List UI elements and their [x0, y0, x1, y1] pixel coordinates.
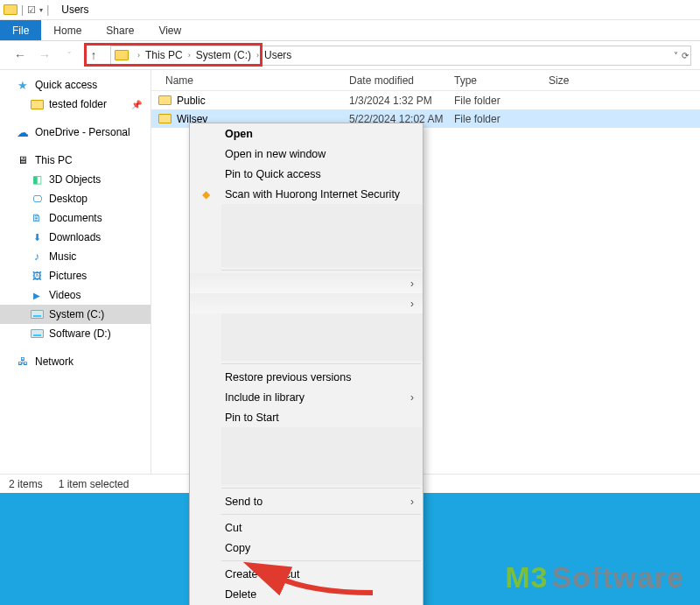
- sidebar-item-label: Videos: [49, 289, 80, 301]
- sidebar-item-3d-objects[interactable]: 3D Objects: [0, 170, 150, 189]
- 3d-icon: [30, 173, 44, 186]
- column-date[interactable]: Date modified: [349, 74, 454, 87]
- menu-item-create-shortcut[interactable]: Create shortcut: [190, 564, 423, 584]
- table-row[interactable]: Public 1/3/2024 1:32 PM File folder: [151, 91, 700, 109]
- address-bar[interactable]: › This PC › System (C:) › Users ˅ ⟳: [110, 46, 691, 66]
- sidebar-item-videos[interactable]: Videos: [0, 285, 150, 305]
- watermark-text: Software: [551, 560, 684, 594]
- file-name: Public: [177, 95, 206, 107]
- sidebar-item-desktop[interactable]: Desktop: [0, 189, 150, 208]
- blurred-menu-area: [221, 204, 423, 267]
- sidebar-item-music[interactable]: Music: [0, 247, 150, 266]
- menu-item-copy[interactable]: Copy: [190, 538, 423, 558]
- sidebar-item-label: Software (D:): [49, 327, 111, 340]
- file-type: File folder: [454, 113, 549, 125]
- chevron-right-icon: ›: [410, 496, 414, 508]
- huorong-icon: [199, 187, 213, 201]
- back-button[interactable]: ←: [12, 47, 28, 63]
- up-button[interactable]: ↑: [86, 47, 102, 63]
- sidebar-item-downloads[interactable]: Downloads: [0, 228, 150, 247]
- menu-separator: [221, 560, 421, 561]
- sidebar-item-label: Quick access: [35, 79, 97, 91]
- desktop-icon: [30, 193, 44, 205]
- column-headers[interactable]: Name Date modified Type Size: [151, 70, 700, 91]
- drive-icon: [31, 329, 44, 338]
- sidebar-item-label: Documents: [49, 212, 102, 224]
- chevron-right-icon[interactable]: ›: [183, 51, 196, 60]
- sidebar-item-network[interactable]: Network: [0, 352, 150, 371]
- menu-item-delete[interactable]: Delete: [190, 584, 423, 604]
- chevron-right-icon[interactable]: ›: [132, 51, 145, 60]
- sidebar-item-tested-folder[interactable]: tested folder 📌: [0, 95, 150, 114]
- folder-icon: [158, 114, 172, 123]
- address-controls: ˅ ⟳: [674, 51, 689, 60]
- menu-separator: [221, 270, 421, 271]
- column-type[interactable]: Type: [454, 74, 549, 87]
- blurred-menu-area: [221, 313, 423, 361]
- watermark-logo: M3: [505, 560, 548, 594]
- sidebar-item-label: This PC: [35, 154, 73, 166]
- watermark: M3 Software: [505, 560, 684, 594]
- star-icon: [16, 79, 30, 91]
- blurred-menu-area: [221, 427, 423, 485]
- sidebar-item-quick-access[interactable]: Quick access: [0, 75, 150, 95]
- crumb-this-pc[interactable]: This PC: [145, 49, 183, 61]
- chevron-right-icon: ›: [410, 278, 414, 290]
- chevron-right-icon[interactable]: ›: [251, 51, 264, 60]
- tab-view[interactable]: View: [146, 20, 193, 40]
- column-name[interactable]: Name: [151, 74, 349, 87]
- menu-item-include-library[interactable]: Include in library›: [190, 387, 423, 407]
- sidebar-item-software-d[interactable]: Software (D:): [0, 324, 150, 343]
- dropdown-icon[interactable]: ˅: [674, 51, 678, 60]
- downloads-icon: [30, 231, 44, 243]
- column-size[interactable]: Size: [549, 74, 700, 87]
- tab-share[interactable]: Share: [94, 20, 146, 40]
- menu-item-cut[interactable]: Cut: [190, 517, 423, 538]
- sidebar-item-onedrive[interactable]: OneDrive - Personal: [0, 123, 150, 142]
- file-date: 1/3/2024 1:32 PM: [349, 95, 454, 107]
- sidebar-item-label: OneDrive - Personal: [35, 126, 130, 138]
- recent-dropdown[interactable]: ˅: [61, 47, 77, 63]
- sidebar-item-label: tested folder: [49, 98, 107, 110]
- separator: |: [46, 4, 49, 16]
- chevron-right-icon: ›: [410, 391, 414, 404]
- folder-icon: [115, 50, 129, 60]
- drive-icon: [31, 310, 44, 319]
- menu-item-pin-quick-access[interactable]: Pin to Quick access: [190, 164, 423, 184]
- sidebar-item-label: 3D Objects: [49, 173, 101, 186]
- folder-icon: [31, 100, 44, 109]
- menu-item-pin-start[interactable]: Pin to Start: [190, 407, 423, 427]
- videos-icon: [30, 289, 44, 301]
- navigation-pane: Quick access tested folder 📌 OneDrive - …: [0, 70, 151, 474]
- menu-separator: [221, 514, 421, 515]
- menu-item-open-new-window[interactable]: Open in new window: [190, 144, 423, 164]
- menu-item-scan-huorong[interactable]: Scan with Huorong Internet Security: [190, 184, 423, 204]
- folder-icon: [4, 4, 18, 15]
- sidebar-item-this-pc[interactable]: This PC: [0, 151, 150, 170]
- sidebar-item-system-c[interactable]: System (C:): [0, 305, 150, 324]
- music-icon: [30, 250, 44, 263]
- menu-item-restore-versions[interactable]: Restore previous versions: [190, 367, 423, 387]
- sidebar-item-label: Music: [49, 250, 76, 263]
- check-icon[interactable]: ☑: [27, 4, 36, 16]
- menu-item-send-to[interactable]: Send to›: [190, 491, 423, 511]
- refresh-icon[interactable]: ⟳: [682, 51, 689, 60]
- pin-icon: 📌: [131, 100, 142, 109]
- sidebar-item-documents[interactable]: Documents: [0, 208, 150, 228]
- blurred-submenu-item[interactable]: hidden›: [190, 273, 423, 293]
- dropdown-icon[interactable]: ▾: [39, 6, 43, 14]
- blurred-submenu-item[interactable]: hidden›: [190, 293, 423, 313]
- tab-home[interactable]: Home: [41, 20, 94, 40]
- tab-file[interactable]: File: [0, 20, 41, 40]
- context-menu: Open Open in new window Pin to Quick acc…: [189, 123, 424, 605]
- separator: |: [21, 4, 24, 16]
- menu-item-open[interactable]: Open: [190, 123, 423, 144]
- sidebar-item-pictures[interactable]: Pictures: [0, 266, 150, 285]
- file-type: File folder: [454, 95, 549, 107]
- menu-separator: [221, 363, 421, 364]
- crumb-folder[interactable]: Users: [264, 49, 291, 61]
- forward-button[interactable]: →: [37, 47, 52, 63]
- sidebar-item-label: Downloads: [49, 231, 101, 243]
- breadcrumb[interactable]: › This PC › System (C:) › Users: [132, 49, 291, 61]
- crumb-drive[interactable]: System (C:): [196, 49, 251, 61]
